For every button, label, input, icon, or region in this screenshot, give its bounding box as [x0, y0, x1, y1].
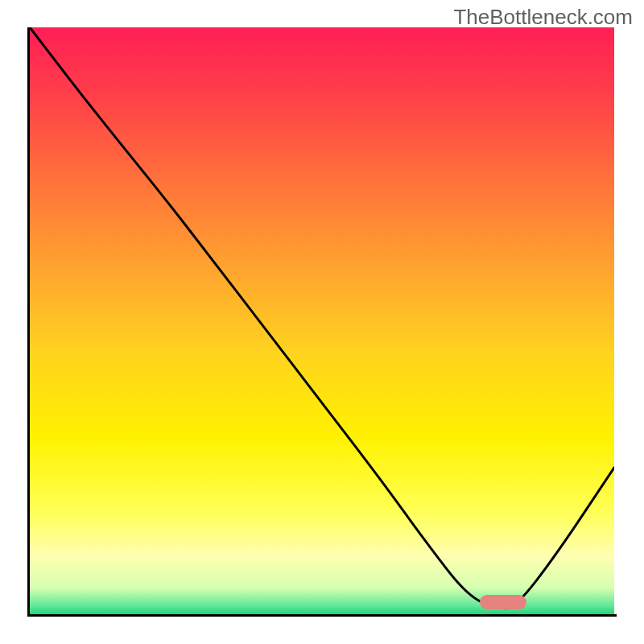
chart-container: TheBottleneck.com [0, 0, 644, 644]
watermark-text: TheBottleneck.com [453, 5, 633, 30]
axes-frame [27, 27, 617, 617]
